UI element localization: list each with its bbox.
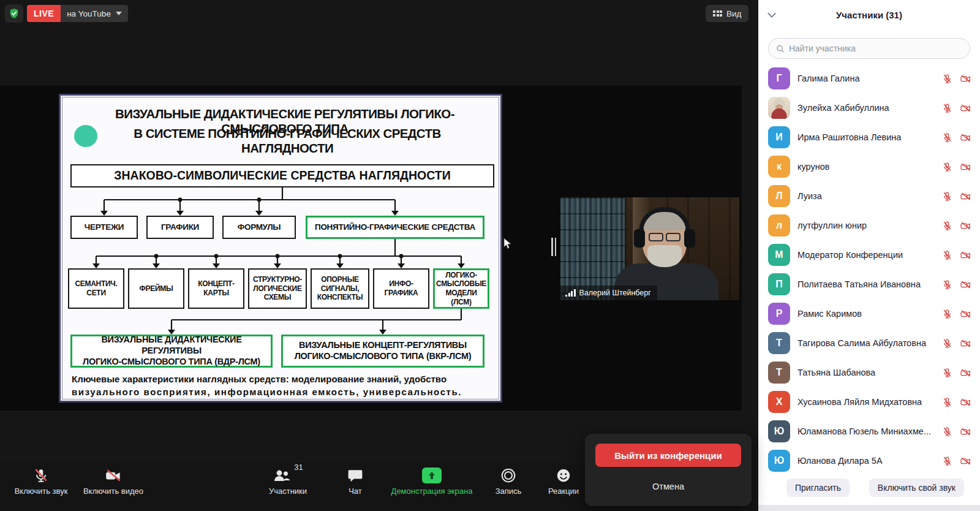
camera-muted-icon (960, 426, 971, 437)
participant-row[interactable]: Г Галима Галина (758, 64, 980, 93)
flow-box: ФОРМУЛЫ (222, 216, 296, 239)
participant-row[interactable]: Т Тагирова Салима Айбулатовна (758, 328, 980, 358)
search-icon (776, 44, 785, 53)
participant-row[interactable]: Ю Юламанова Гюзель Миниахме... (758, 417, 980, 446)
flow-box: ПОНЯТИЙНО-ГРАФИЧЕСКИЕ СРЕДСТВА (306, 216, 484, 239)
flow-box: ЛОГИКО- СМЫСЛОВЫЕ МОДЕЛИ (ЛСМ) (433, 268, 489, 309)
flow-box: СЕМАНТИЧ. СЕТИ (68, 268, 124, 309)
camera-muted-icon (960, 338, 971, 349)
mic-muted-icon (942, 221, 952, 231)
participant-row[interactable]: М Модератор Конференции (758, 240, 980, 270)
participant-row[interactable]: Л Луиза (758, 181, 980, 211)
participant-row[interactable]: Р Рамис Каримов (758, 299, 980, 328)
search-input[interactable] (789, 44, 962, 53)
reactions-label: Реакции (548, 486, 579, 496)
speaker-video-tile[interactable]: Валерий Штейнберг (560, 197, 739, 300)
avatar: Р (768, 303, 790, 325)
chat-button[interactable]: Чат (334, 467, 377, 496)
leave-meeting-dialog: Выйти из конференции Отмена (585, 434, 752, 506)
leave-meeting-button[interactable]: Выйти из конференции (595, 444, 741, 467)
participant-row[interactable]: Зулейха Хабибуллина (758, 93, 980, 123)
shared-slide: ВИЗУАЛЬНЫЕ ДИДАКТИЧЕСКИЕ РЕГУЛЯТИВЫ ЛОГИ… (59, 94, 502, 403)
camera-muted-icon (960, 279, 971, 290)
participant-row[interactable]: л лутфуллин юнир (758, 211, 980, 240)
mic-muted-icon (33, 467, 49, 483)
flow-box: СТРУКТУРНО- ЛОГИЧЕСКИЕ СХЕМЫ (248, 268, 307, 309)
panel-bottom-actions: Пригласить Включить свой звук (758, 471, 980, 505)
chat-icon (347, 467, 363, 483)
slide-caption-line1: Ключевые характеристики наглядных средст… (72, 373, 496, 385)
participant-row[interactable]: Х Хусаинова Ляйля Мидхатовна (758, 387, 980, 417)
avatar: Ю (768, 420, 790, 442)
avatar: Т (768, 361, 790, 384)
shield-check-icon (9, 8, 20, 19)
participant-name: Политаева Татьяна Ивановна (797, 279, 935, 289)
participant-row[interactable]: И Ирма Рашитовна Левина (758, 123, 980, 152)
start-video-button[interactable]: Включить видео (80, 467, 147, 496)
participants-panel-title: Участники (31) (836, 10, 902, 20)
security-shield-button[interactable] (5, 4, 23, 23)
avatar: Л (768, 185, 790, 207)
camera-muted-icon (960, 74, 971, 84)
participant-name: Татьяна Шабанова (797, 368, 935, 377)
mic-muted-icon (942, 191, 952, 202)
window-bottom-strip (758, 505, 980, 511)
participant-list: Г Галима Галина Зулейха Хабибуллина (758, 64, 980, 475)
share-screen-icon (422, 467, 442, 483)
share-screen-button[interactable]: Демонстрация экрана (386, 467, 478, 496)
participant-row[interactable]: Т Татьяна Шабанова (758, 358, 980, 387)
speaker-glasses (649, 233, 680, 241)
zoom-meeting-window: LIVE на YouTube Вид ВИЗУАЛЬНЫЕ ДИДАКТИЧЕ… (0, 0, 980, 511)
record-icon (500, 467, 516, 483)
mic-muted-icon (942, 250, 952, 260)
slide-caption-line2: визуального восприятия, информационная е… (72, 385, 496, 398)
unmute-button[interactable]: Включить звук (7, 467, 75, 496)
flow-box: ЧЕРТЕЖИ (70, 216, 138, 239)
participant-name: Юламанова Гюзель Миниахме... (797, 426, 935, 436)
chevron-down-icon[interactable] (767, 9, 776, 18)
mic-muted-icon (942, 279, 952, 290)
camera-muted-icon (960, 368, 971, 378)
view-button[interactable]: Вид (706, 5, 748, 22)
participant-name: Луиза (797, 191, 935, 201)
participant-name: Модератор Конференции (797, 250, 935, 260)
participants-button[interactable]: 31 Участники (254, 467, 322, 496)
avatar: Х (768, 391, 790, 413)
reactions-button[interactable]: Реакции (542, 467, 585, 496)
participant-name: Тагирова Салима Айбулатовна (797, 338, 935, 348)
live-badge: LIVE (27, 5, 61, 22)
camera-muted-icon (960, 132, 971, 143)
participant-name: курунов (797, 162, 935, 172)
youtube-label: на YouTube (67, 9, 111, 18)
camera-muted-icon (960, 309, 971, 319)
camera-muted-icon (960, 103, 971, 113)
live-stream-control[interactable]: LIVE на YouTube (27, 5, 128, 22)
participant-name: Галима Галина (797, 74, 935, 83)
participant-search[interactable] (768, 38, 970, 59)
smiley-icon (556, 467, 571, 483)
participant-row[interactable]: к курунов (758, 152, 980, 181)
avatar: Г (768, 67, 790, 89)
camera-muted-icon (960, 397, 971, 407)
flow-box: ИНФО- ГРАФИКА (373, 268, 429, 309)
avatar: Ю (768, 450, 790, 472)
youtube-stream-dropdown[interactable]: на YouTube (61, 5, 128, 22)
mic-muted-icon (942, 426, 952, 437)
record-label: Запись (496, 486, 522, 496)
participant-name: Рамис Каримов (797, 309, 935, 319)
caret-down-icon (116, 12, 122, 15)
invite-button[interactable]: Пригласить (786, 479, 850, 497)
video-nameplate: Валерий Штейнберг (560, 286, 657, 300)
camera-muted-icon (960, 221, 971, 231)
flow-box: ВИЗУАЛЬНЫЕ КОНЦЕПТ-РЕГУЛЯТИВЫ ЛОГИКО-СМЫ… (281, 335, 484, 368)
view-label: Вид (726, 9, 741, 18)
participant-row[interactable]: П Политаева Татьяна Ивановна (758, 270, 980, 299)
record-button[interactable]: Запись (487, 467, 530, 496)
cancel-button[interactable]: Отмена (595, 475, 741, 498)
slide-title-line2: В СИСТЕМЕ ПОНЯТИЙНО-ГРАФИЧЕСКИХ СРЕДСТВ … (97, 126, 477, 156)
green-dot-bullet (74, 125, 97, 147)
avatar: л (768, 214, 790, 237)
panel-resize-handle[interactable] (551, 238, 556, 256)
unmute-self-button[interactable]: Включить свой звук (869, 479, 964, 497)
camera-muted-icon (960, 456, 971, 466)
